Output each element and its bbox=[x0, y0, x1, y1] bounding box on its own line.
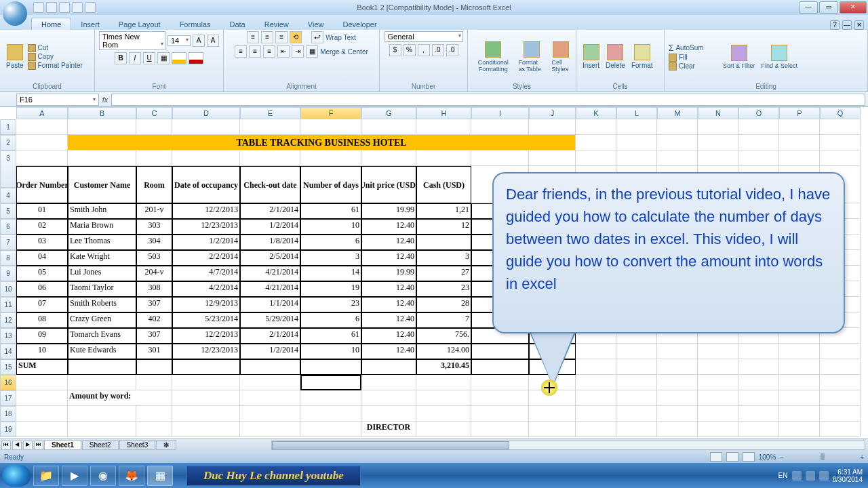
table-cell[interactable]: 1/8/2014 bbox=[240, 235, 300, 250]
table-cell[interactable]: 4/21/2014 bbox=[240, 266, 300, 281]
table-cell[interactable]: 10 bbox=[300, 344, 361, 359]
selected-cell[interactable] bbox=[300, 375, 361, 390]
taskbar-media-icon[interactable]: ▶ bbox=[62, 466, 87, 486]
increase-indent-button[interactable]: ⇥ bbox=[292, 45, 304, 58]
table-cell[interactable]: 12.40 bbox=[361, 219, 416, 235]
sheet-tab-2[interactable]: Sheet2 bbox=[82, 440, 119, 450]
tray-network-icon[interactable] bbox=[806, 471, 815, 481]
increase-decimal-button[interactable]: .0 bbox=[432, 44, 444, 56]
maximize-button[interactable]: ▭ bbox=[819, 1, 838, 14]
taskbar-explorer-icon[interactable]: 📁 bbox=[33, 466, 59, 486]
border-button[interactable]: ▦ bbox=[157, 52, 170, 64]
table-cell[interactable]: Taomi Taylor bbox=[68, 281, 136, 297]
table-cell[interactable]: 124.00 bbox=[416, 344, 471, 359]
col-header-O[interactable]: O bbox=[738, 107, 779, 119]
col-header-J[interactable]: J bbox=[529, 107, 576, 119]
decrease-indent-button[interactable]: ⇤ bbox=[277, 45, 290, 58]
format-painter-button[interactable]: Format Painter bbox=[28, 62, 83, 70]
row-header-6[interactable]: 6 bbox=[0, 219, 16, 235]
percent-button[interactable]: % bbox=[403, 44, 416, 56]
table-cell[interactable]: 3 bbox=[300, 250, 361, 266]
fx-icon[interactable]: fx bbox=[99, 96, 111, 104]
col-header-E[interactable]: E bbox=[240, 107, 300, 119]
table-cell[interactable]: 02 bbox=[16, 219, 68, 235]
row-header-12[interactable]: 12 bbox=[0, 312, 16, 328]
table-cell[interactable]: 307 bbox=[136, 328, 172, 344]
start-button[interactable] bbox=[2, 465, 31, 487]
font-name-select[interactable]: Times New Rom bbox=[99, 31, 165, 50]
row-header-19[interactable]: 19 bbox=[0, 422, 16, 437]
hscroll-thumb[interactable] bbox=[272, 441, 509, 449]
table-cell[interactable]: 12.40 bbox=[361, 312, 416, 328]
table-cell[interactable]: Maria Brown bbox=[68, 219, 136, 235]
col-header-B[interactable]: B bbox=[68, 107, 136, 119]
table-cell[interactable]: 304 bbox=[136, 235, 172, 250]
col-header-N[interactable]: N bbox=[698, 107, 738, 119]
row-header-11[interactable]: 11 bbox=[0, 297, 16, 312]
row-header-15[interactable]: 15 bbox=[0, 359, 16, 375]
table-cell[interactable]: 1/2/2014 bbox=[172, 235, 240, 250]
merge-center-button[interactable]: Merge & Center bbox=[320, 48, 368, 56]
zoom-in-button[interactable]: + bbox=[860, 453, 864, 461]
table-cell[interactable]: Tomarch Evans bbox=[68, 328, 136, 344]
row-header-16[interactable]: 16 bbox=[0, 375, 16, 390]
sort-filter-button[interactable]: Sort & Filter bbox=[721, 45, 757, 69]
qat-save-icon[interactable] bbox=[33, 2, 44, 13]
office-button[interactable] bbox=[3, 1, 27, 26]
table-cell[interactable]: 5/23/2014 bbox=[172, 312, 240, 328]
format-cells-button[interactable]: Format bbox=[629, 44, 655, 69]
col-header-K[interactable]: K bbox=[576, 107, 616, 119]
tab-nav-first[interactable]: ⏮ bbox=[1, 441, 11, 450]
table-cell[interactable]: Lui Jones bbox=[68, 266, 136, 281]
minimize-button[interactable]: — bbox=[799, 1, 818, 14]
table-cell[interactable]: 503 bbox=[136, 250, 172, 266]
table-cell[interactable]: 12/23/2013 bbox=[172, 219, 240, 235]
table-cell[interactable]: 1/1/2014 bbox=[240, 297, 300, 312]
tab-view[interactable]: View bbox=[298, 18, 334, 30]
tab-insert[interactable]: Insert bbox=[71, 18, 109, 30]
table-cell[interactable]: 12 bbox=[416, 219, 471, 235]
insert-cells-button[interactable]: Insert bbox=[580, 44, 601, 69]
table-cell[interactable]: Smith John bbox=[68, 203, 136, 219]
table-cell[interactable]: 23 bbox=[416, 281, 471, 297]
conditional-formatting-button[interactable]: Conditional Formatting bbox=[472, 41, 514, 73]
table-cell[interactable]: Smith Roberts bbox=[68, 297, 136, 312]
table-cell[interactable]: Lee Thomas bbox=[68, 235, 136, 250]
table-cell[interactable]: 756. bbox=[416, 328, 471, 344]
table-cell[interactable]: 12.40 bbox=[361, 250, 416, 266]
col-header-L[interactable]: L bbox=[616, 107, 657, 119]
font-size-select[interactable]: 14 bbox=[167, 35, 191, 46]
table-cell[interactable]: 14 bbox=[300, 266, 361, 281]
table-cell[interactable]: 402 bbox=[136, 312, 172, 328]
table-cell[interactable]: 06 bbox=[16, 281, 68, 297]
table-cell[interactable]: 303 bbox=[136, 219, 172, 235]
autosum-button[interactable]: ΣAutoSum bbox=[669, 43, 719, 53]
table-cell[interactable]: 12.40 bbox=[361, 235, 416, 250]
clear-button[interactable]: Clear bbox=[669, 62, 719, 70]
table-cell[interactable]: 61 bbox=[300, 203, 361, 219]
font-color-button[interactable] bbox=[189, 52, 203, 64]
table-cell[interactable]: 1,21 bbox=[416, 203, 471, 219]
row-header-10[interactable]: 10 bbox=[0, 281, 16, 297]
find-select-button[interactable]: Find & Select bbox=[760, 45, 800, 69]
tray-time[interactable]: 6:31 AM bbox=[833, 468, 863, 476]
row-header-4[interactable]: 4 bbox=[0, 188, 16, 203]
table-cell[interactable]: 307 bbox=[136, 297, 172, 312]
decrease-decimal-button[interactable]: .0 bbox=[446, 44, 458, 56]
tab-home[interactable]: Home bbox=[31, 18, 71, 30]
table-cell[interactable]: Kute Edwards bbox=[68, 344, 136, 359]
table-cell[interactable]: 05 bbox=[16, 266, 68, 281]
table-cell[interactable]: 09 bbox=[16, 328, 68, 344]
table-cell[interactable]: 12.40 bbox=[361, 328, 416, 344]
help-icon[interactable]: ? bbox=[830, 20, 840, 30]
new-sheet-button[interactable]: ✻ bbox=[156, 440, 176, 450]
wrap-text-button[interactable]: Wrap Text bbox=[326, 34, 356, 41]
align-right-button[interactable]: ≡ bbox=[263, 45, 275, 58]
table-cell[interactable]: 12.40 bbox=[361, 281, 416, 297]
currency-button[interactable]: $ bbox=[389, 44, 401, 56]
align-bottom-button[interactable]: ≡ bbox=[275, 31, 288, 43]
row-header-13[interactable]: 13 bbox=[0, 328, 16, 344]
align-center-button[interactable]: ≡ bbox=[249, 45, 261, 58]
table-cell[interactable]: 12.40 bbox=[361, 297, 416, 312]
table-cell[interactable]: 4/7/2014 bbox=[172, 266, 240, 281]
